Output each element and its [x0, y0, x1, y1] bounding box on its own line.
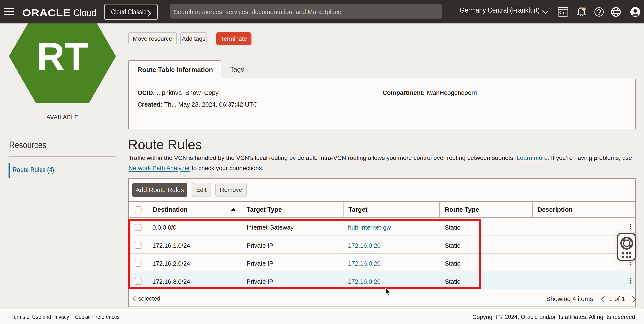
svg-text:RT: RT [37, 35, 88, 78]
svg-text:Cloud: Cloud [73, 7, 96, 18]
svg-text:ORACLE: ORACLE [22, 7, 70, 18]
